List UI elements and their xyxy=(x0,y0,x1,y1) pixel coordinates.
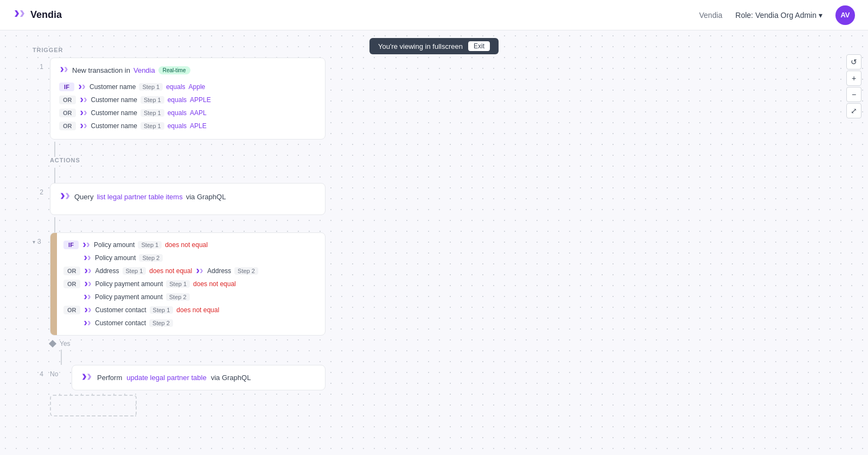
nav-vendia-link[interactable]: Vendia xyxy=(699,11,723,20)
s3c1b-step2: Step 2 xyxy=(139,254,163,262)
step-2-header: Query list legal partner table items via… xyxy=(59,190,316,204)
connector-yes xyxy=(33,350,326,365)
or-badge-2: OR xyxy=(59,96,76,104)
step3-cond-1b: Policy amount Step 2 xyxy=(63,251,318,264)
conditional-inner: IF Policy amount Step 1 does not equal xyxy=(50,233,325,335)
step3-icon-3a xyxy=(84,280,92,288)
chevron-down-icon: ▾ xyxy=(819,11,822,20)
step3-icon-1 xyxy=(82,241,91,249)
step-4-row: 4 No Perform update legal partner table … xyxy=(33,365,326,390)
step-2-action-suffix: via GraphQL xyxy=(186,193,226,201)
s3c2-step1: Step 1 xyxy=(123,267,146,275)
cond-1-field: Customer name xyxy=(90,83,136,91)
step-1-vendia-link[interactable]: Vendia xyxy=(133,66,155,74)
cond-4-operator: equals xyxy=(168,122,187,130)
step3-icon-3b xyxy=(83,293,92,301)
cond-2-field: Customer name xyxy=(91,96,137,104)
s3c2-operator: does not equal xyxy=(149,267,192,275)
yes-diamond-icon xyxy=(49,340,56,347)
vendia-icon-1 xyxy=(78,83,86,91)
step3-cond-3b: Policy payment amount Step 2 xyxy=(63,290,318,304)
step3-icon-4b xyxy=(83,319,92,327)
step-3-card: IF Policy amount Step 1 does not equal xyxy=(50,232,326,336)
s3c2-step2: Step 2 xyxy=(234,267,258,275)
if-badge-1: IF xyxy=(59,83,74,91)
s3c4-step1: Step 1 xyxy=(150,306,174,314)
vendia-icon-2 xyxy=(79,96,88,104)
vendia-icon-4 xyxy=(79,122,88,130)
step3-icon-2a xyxy=(84,267,92,275)
step-2-number: 2 xyxy=(33,183,43,196)
s3c3b-field: Policy payment amount xyxy=(95,293,163,301)
connector-line-1 xyxy=(54,142,55,157)
cond-2-value: APPLE xyxy=(190,96,211,104)
yes-label: Yes xyxy=(60,340,71,347)
step-4-action-text: Perform xyxy=(97,374,122,382)
fit-view-button[interactable]: ⤢ xyxy=(846,103,861,118)
s3c1-field: Policy amount xyxy=(94,241,135,249)
step-4-action-link[interactable]: update legal partner table xyxy=(126,374,206,382)
step3-cond-2: OR Address Step 1 does not equal xyxy=(63,264,318,277)
zoom-out-button[interactable]: − xyxy=(846,87,861,102)
step-4-action-suffix: via GraphQL xyxy=(211,374,251,382)
s3c2-field2: Address xyxy=(207,267,231,275)
step-2-action-text: Query xyxy=(74,193,93,201)
step-3-number: ▾ 3 xyxy=(33,232,43,245)
cond-3-value: AAPL xyxy=(190,109,207,117)
step-4-number: 4 xyxy=(33,365,43,378)
cond-4-step: Step 1 xyxy=(141,122,164,130)
role-label: Role: Vendia Org Admin xyxy=(736,11,816,20)
step3-or-3: OR xyxy=(63,280,80,288)
brand[interactable]: Vendia xyxy=(13,7,62,23)
vendia-logo-icon xyxy=(13,7,26,23)
fullscreen-bar: You're viewing in fullscreen Exit xyxy=(369,38,499,54)
s3c4-operator: does not equal xyxy=(176,306,219,314)
connector-1 xyxy=(33,142,326,157)
step-4-card[interactable]: Perform update legal partner table via G… xyxy=(72,365,326,390)
navbar-right: Vendia Role: Vendia Org Admin ▾ AV xyxy=(699,5,855,25)
vendia-trigger-icon xyxy=(59,65,69,76)
role-dropdown[interactable]: Role: Vendia Org Admin ▾ xyxy=(736,11,822,20)
s3c3-step1: Step 1 xyxy=(166,280,190,288)
step3-or-4: OR xyxy=(63,306,80,314)
placeholder-box xyxy=(50,395,137,416)
step-1-row: 1 New transaction in Vendia Real-time xyxy=(33,58,326,140)
s3c3-operator: does not equal xyxy=(193,280,236,288)
s3c2-field: Address xyxy=(95,267,119,275)
realtime-badge: Real-time xyxy=(158,66,190,74)
cond-4-field: Customer name xyxy=(91,122,137,130)
connector-line-yes xyxy=(61,350,62,365)
step3-icon-4a xyxy=(84,306,92,314)
cond-4-value: APLE xyxy=(190,122,207,130)
exit-button[interactable]: Exit xyxy=(468,41,490,51)
connector-3 xyxy=(33,217,326,232)
condition-row-1: IF Customer name Step 1 equals Apple xyxy=(59,80,316,93)
conditional-stripe xyxy=(50,233,57,335)
zoom-in-button[interactable]: + xyxy=(846,71,861,86)
step3-cond-4b: Customer contact Step 2 xyxy=(63,317,318,330)
step3-cond-4: OR Customer contact Step 1 does not equa… xyxy=(63,304,318,317)
cond-3-step: Step 1 xyxy=(141,109,164,117)
step3-cond-1: IF Policy amount Step 1 does not equal xyxy=(63,238,318,251)
s3c1-operator: does not equal xyxy=(165,241,208,249)
s3c4b-field: Customer contact xyxy=(95,319,146,327)
collapse-icon[interactable]: ▾ xyxy=(33,239,35,245)
vendia-perform-icon xyxy=(81,371,93,384)
or-badge-3: OR xyxy=(59,109,76,117)
canvas-controls: ↺ + − ⤢ xyxy=(846,54,861,118)
s3c4b-step2: Step 2 xyxy=(149,319,173,327)
conditional-content: IF Policy amount Step 1 does not equal xyxy=(57,233,325,335)
reset-view-button[interactable]: ↺ xyxy=(846,54,861,69)
condition-row-2: OR Customer name Step 1 equals APPLE xyxy=(59,93,316,106)
step-2-action-link[interactable]: list legal partner table items xyxy=(97,193,182,201)
avatar[interactable]: AV xyxy=(835,5,855,25)
flow: TRIGGER 1 New transaction in Vendia Real… xyxy=(33,47,326,416)
cond-3-field: Customer name xyxy=(91,109,137,117)
cond-1-step: Step 1 xyxy=(139,83,163,91)
cond-3-operator: equals xyxy=(168,109,187,117)
trigger-section-label: TRIGGER xyxy=(33,47,326,53)
step-2-card[interactable]: Query list legal partner table items via… xyxy=(50,183,326,215)
actions-section-label: ACTIONS xyxy=(33,157,326,163)
step-2-row: 2 Query list legal partner table items v… xyxy=(33,183,326,215)
step3-or-2: OR xyxy=(63,267,80,275)
